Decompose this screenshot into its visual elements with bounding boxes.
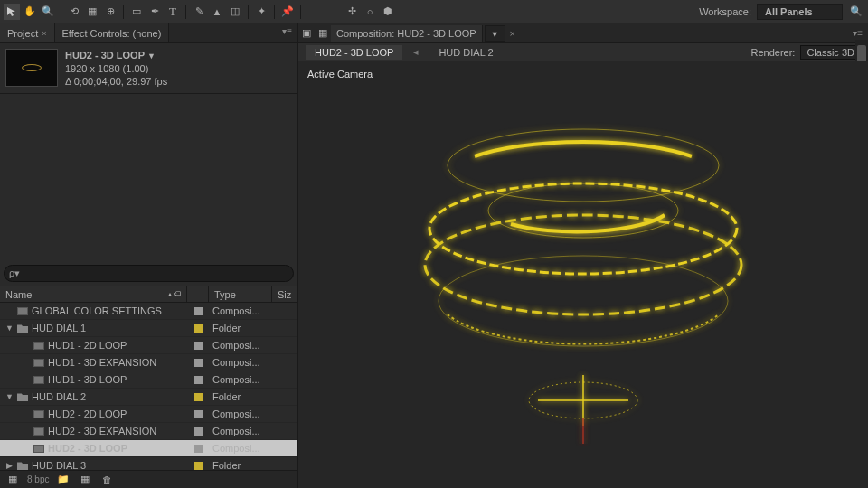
pan-behind-tool-icon[interactable]: ⊕ — [102, 4, 118, 20]
interpret-footage-icon[interactable]: ▦ — [5, 473, 20, 487]
item-type: Folder — [209, 460, 272, 470]
active-camera-label: Active Camera — [307, 69, 373, 80]
item-name: HUD2 - 2D LOOP — [48, 408, 127, 419]
pen-tool-icon[interactable]: ✒ — [146, 4, 163, 20]
svg-point-1 — [488, 183, 678, 238]
rotate-tool-icon[interactable]: ⟲ — [66, 4, 82, 20]
project-tree: GLOBAL COLOR SETTINGSComposi...▼HUD DIAL… — [0, 303, 297, 470]
close-icon[interactable]: × — [42, 29, 46, 38]
svg-point-4 — [439, 256, 728, 346]
new-comp-icon[interactable]: ▦ — [78, 473, 92, 487]
axis-tool-icon[interactable]: ✢ — [344, 4, 360, 20]
column-headers[interactable]: Name▴ 🏷 Type Siz — [0, 286, 297, 303]
composition-icon — [33, 376, 44, 384]
pin-tool-icon[interactable]: 📌 — [279, 4, 296, 20]
item-type: Composi... — [209, 426, 272, 436]
item-name: GLOBAL COLOR SETTINGS — [32, 305, 162, 316]
label-swatch[interactable] — [194, 445, 203, 453]
label-swatch[interactable] — [194, 342, 203, 350]
label-swatch[interactable] — [194, 427, 203, 436]
hand-tool-icon[interactable]: ✋ — [22, 4, 38, 20]
camera-tool-icon[interactable]: ▦ — [84, 4, 100, 20]
tree-row[interactable]: HUD2 - 3D EXPANSIONComposi... — [0, 423, 297, 440]
item-type: Composi... — [209, 340, 272, 351]
folder-icon — [17, 461, 28, 470]
grid-tool-icon[interactable]: ⬢ — [380, 4, 396, 20]
tab-effect-controls[interactable]: Effect Controls: (none) — [55, 23, 170, 42]
tree-row[interactable]: HUD2 - 3D LOOPComposi... — [0, 440, 297, 457]
panel-menu-icon[interactable]: ▾≡ — [277, 23, 297, 42]
label-swatch[interactable] — [194, 324, 203, 333]
tree-row[interactable]: GLOBAL COLOR SETTINGSComposi... — [0, 303, 297, 320]
item-type: Folder — [209, 391, 272, 402]
snap-tool-icon[interactable]: ○ — [362, 4, 378, 20]
twirl-icon[interactable]: ▼ — [5, 324, 14, 333]
new-folder-icon[interactable]: 📁 — [56, 473, 71, 487]
twirl-icon[interactable]: ▼ — [5, 392, 14, 401]
project-panel: Project× Effect Controls: (none) ▾≡ HUD2… — [0, 23, 298, 488]
item-name: HUD2 - 3D EXPANSION — [48, 426, 156, 436]
breadcrumb-item[interactable]: HUD DIAL 2 — [429, 45, 502, 60]
comp-thumbnail — [5, 49, 58, 87]
tree-row[interactable]: HUD1 - 3D EXPANSIONComposi... — [0, 354, 297, 371]
hud-preview — [393, 66, 773, 446]
tab-composition[interactable]: Composition: HUD2 - 3D LOOP — [331, 25, 483, 42]
folder-icon — [17, 324, 28, 333]
item-type: Composi... — [209, 443, 272, 454]
tree-row[interactable]: ▼HUD DIAL 1Folder — [0, 320, 297, 337]
composition-icon — [33, 359, 44, 367]
comp-duration: Δ 0;00;04;00, 29.97 fps — [65, 75, 167, 88]
comp-icon[interactable]: ▦ — [315, 27, 331, 39]
label-swatch[interactable] — [194, 462, 203, 470]
item-type: Composi... — [209, 374, 272, 385]
workspace-label: Workspace: — [699, 6, 751, 17]
comp-tab-dropdown[interactable]: ▼ — [485, 25, 505, 42]
tree-row[interactable]: HUD2 - 2D LOOPComposi... — [0, 406, 297, 423]
item-type: Composi... — [209, 305, 272, 316]
composition-panel: ▣ ▦ Composition: HUD2 - 3D LOOP ▼ × ▾≡ H… — [298, 23, 868, 488]
selection-tool-icon[interactable] — [4, 4, 20, 20]
label-swatch[interactable] — [194, 376, 203, 384]
label-swatch[interactable] — [194, 393, 203, 401]
layer-icon[interactable]: ▣ — [298, 27, 315, 39]
rect-tool-icon[interactable]: ▭ — [128, 4, 145, 20]
tree-row[interactable]: ▼HUD DIAL 2Folder — [0, 389, 297, 406]
item-name: HUD DIAL 3 — [32, 460, 86, 470]
tree-row[interactable]: ▶HUD DIAL 3Folder — [0, 457, 297, 470]
label-swatch[interactable] — [194, 410, 203, 418]
panel-menu-icon[interactable]: ▾≡ — [847, 25, 868, 41]
item-name: HUD DIAL 1 — [32, 323, 86, 333]
roto-tool-icon[interactable]: ✦ — [253, 4, 269, 20]
item-name: HUD2 - 3D LOOP — [48, 443, 127, 454]
item-name: HUD1 - 3D EXPANSION — [48, 357, 156, 368]
trash-icon[interactable]: 🗑 — [99, 473, 114, 487]
breadcrumb-item[interactable]: HUD2 - 3D LOOP — [306, 45, 402, 60]
brush-tool-icon[interactable]: ✎ — [191, 4, 207, 20]
renderer-dropdown[interactable]: Classic 3D — [800, 45, 861, 60]
label-swatch[interactable] — [194, 359, 203, 367]
tree-row[interactable]: HUD1 - 2D LOOPComposi... — [0, 337, 297, 354]
comp-name: HUD2 - 3D LOOP — [65, 50, 145, 61]
top-toolbar: ✋ 🔍 ⟲ ▦ ⊕ ▭ ✒ T ✎ ▲ ◫ ✦ 📌 ✢ ○ ⬢ Workspac… — [0, 0, 868, 23]
eraser-tool-icon[interactable]: ◫ — [227, 4, 243, 20]
text-tool-icon[interactable]: T — [165, 4, 181, 20]
search-help-icon[interactable]: 🔍 — [848, 4, 864, 20]
workspace-dropdown[interactable]: All Panels — [757, 4, 843, 20]
composition-icon — [17, 307, 28, 315]
close-icon[interactable]: × — [505, 28, 520, 39]
tree-row[interactable]: HUD1 - 3D LOOPComposi... — [0, 371, 297, 389]
composition-viewer[interactable]: Active Camera — [298, 61, 868, 488]
project-footer: ▦ 8 bpc 📁 ▦ 🗑 — [0, 470, 297, 488]
item-name: HUD1 - 3D LOOP — [48, 374, 127, 385]
item-type: Composi... — [209, 357, 272, 368]
item-type: Folder — [209, 323, 272, 333]
item-name: HUD1 - 2D LOOP — [48, 340, 127, 351]
label-swatch[interactable] — [194, 307, 203, 315]
renderer-label: Renderer: — [751, 47, 796, 58]
tab-project[interactable]: Project× — [0, 23, 55, 42]
search-input[interactable]: ρ▾ — [4, 265, 294, 282]
zoom-tool-icon[interactable]: 🔍 — [40, 4, 56, 20]
comp-dims: 1920 x 1080 (1.00) — [65, 62, 167, 75]
clone-tool-icon[interactable]: ▲ — [209, 4, 225, 20]
twirl-icon[interactable]: ▶ — [5, 461, 14, 470]
